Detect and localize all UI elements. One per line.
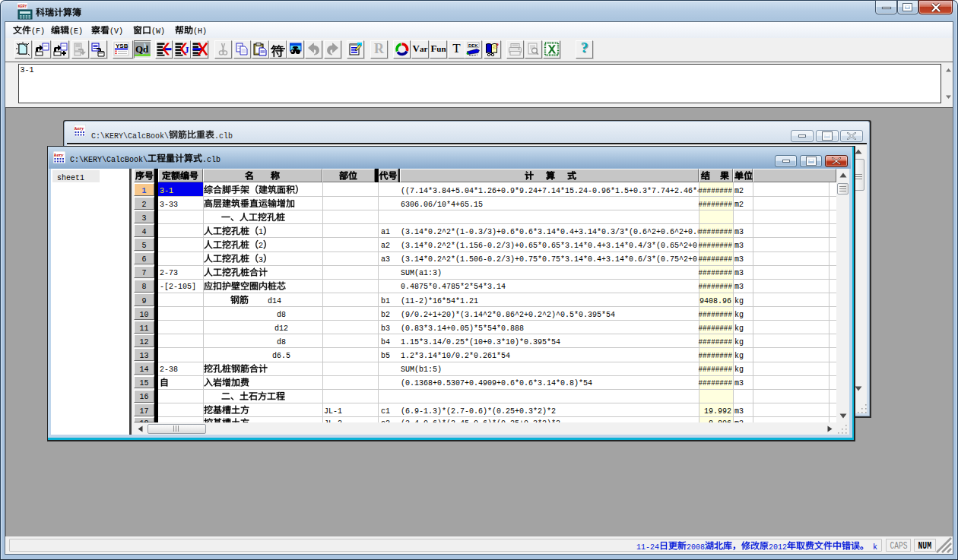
svg-text:?: ? [496,43,499,49]
svg-text:Qd: Qd [135,43,149,55]
svg-text:kery: kery [75,125,84,131]
svg-text:DEK: DEK [468,43,478,48]
svg-text:kery: kery [54,152,64,158]
svg-text:J: J [185,45,189,55]
svg-text:KERY: KERY [18,4,27,8]
